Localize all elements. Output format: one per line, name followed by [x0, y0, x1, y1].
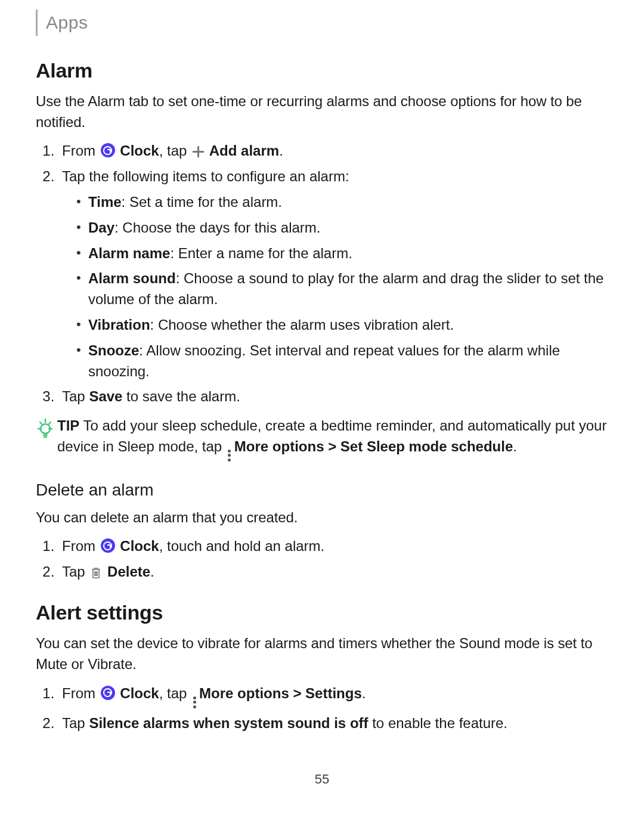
text: , tap	[159, 685, 191, 701]
lightbulb-icon	[36, 417, 56, 441]
gt: >	[324, 438, 340, 454]
desc: : Allow snoozing. Set interval and repea…	[88, 342, 560, 379]
more-options-label: More options	[234, 438, 324, 454]
text: From	[62, 538, 100, 554]
text: From	[62, 143, 100, 159]
settings-label: Settings	[305, 685, 362, 701]
delete-steps: From Clock, touch and hold an alarm. Tap…	[36, 536, 608, 583]
more-options-label: More options	[199, 685, 289, 701]
clock-icon	[101, 143, 115, 157]
alert-step-2: Tap Silence alarms when system sound is …	[58, 713, 608, 734]
heading-alarm: Alarm	[36, 56, 608, 85]
option-alarm-sound: Alarm sound: Choose a sound to play for …	[80, 268, 608, 310]
option-alarm-name: Alarm name: Enter a name for the alarm.	[80, 243, 608, 264]
plus-icon	[192, 145, 204, 157]
text: .	[513, 438, 517, 454]
alert-step-1: From Clock, tap More options > Settings.	[58, 683, 608, 708]
more-options-icon	[192, 696, 197, 708]
text: to save the alarm.	[122, 388, 240, 404]
gt: >	[289, 685, 305, 701]
page-header: Apps	[36, 10, 608, 36]
alarm-step-3: Tap Save to save the alarm.	[58, 386, 608, 407]
trash-icon	[91, 566, 101, 578]
desc: : Choose whether the alarm uses vibratio…	[150, 317, 454, 333]
set-sleep-label: Set Sleep mode schedule	[340, 438, 513, 454]
add-alarm-label: Add alarm	[209, 143, 279, 159]
label: Time	[88, 194, 122, 210]
alarm-steps: From Clock, tap Add alarm. Tap the follo…	[36, 141, 608, 407]
label: Alarm sound	[88, 270, 176, 286]
more-options-icon	[227, 450, 232, 462]
option-snooze: Snooze: Allow snoozing. Set interval and…	[80, 340, 608, 382]
text: .	[362, 685, 366, 701]
clock-icon	[101, 538, 115, 553]
text: Tap	[62, 388, 89, 404]
page-number: 55	[36, 770, 608, 789]
desc: : Enter a name for the alarm.	[170, 245, 352, 261]
tip-body: TIP To add your sleep schedule, create a…	[57, 416, 608, 462]
delete-step-1: From Clock, touch and hold an alarm.	[58, 536, 608, 557]
clock-icon	[101, 686, 115, 700]
text: Tap the following items to configure an …	[62, 168, 349, 184]
text: Tap	[62, 563, 89, 580]
option-vibration: Vibration: Choose whether the alarm uses…	[80, 315, 608, 336]
delete-label: Delete	[107, 563, 150, 580]
alert-intro: You can set the device to vibrate for al…	[36, 633, 608, 675]
text: , tap	[159, 143, 191, 159]
text: From	[62, 685, 100, 701]
alarm-step-1: From Clock, tap Add alarm.	[58, 141, 608, 162]
heading-alert-settings: Alert settings	[36, 598, 608, 627]
tip-block: TIP To add your sleep schedule, create a…	[36, 416, 608, 462]
label: Day	[88, 219, 114, 236]
text: .	[150, 563, 154, 580]
label: Snooze	[88, 342, 139, 358]
text: .	[279, 143, 283, 159]
clock-label: Clock	[120, 143, 159, 159]
desc: : Choose the days for this alarm.	[114, 219, 321, 236]
option-time: Time: Set a time for the alarm.	[80, 192, 608, 213]
label: Alarm name	[88, 245, 170, 261]
silence-label: Silence alarms when system sound is off	[89, 715, 368, 731]
alarm-intro: Use the Alarm tab to set one-time or rec…	[36, 91, 608, 133]
page-header-label: Apps	[46, 13, 88, 32]
tip-label: TIP	[57, 417, 79, 433]
save-label: Save	[89, 388, 122, 404]
clock-label: Clock	[120, 538, 159, 554]
text: Tap	[62, 715, 89, 731]
page-content: Apps Alarm Use the Alarm tab to set one-…	[0, 0, 644, 813]
desc: : Set a time for the alarm.	[122, 194, 282, 210]
text: to enable the feature.	[369, 715, 508, 731]
heading-delete-alarm: Delete an alarm	[36, 478, 608, 503]
alert-steps: From Clock, tap More options > Settings.…	[36, 683, 608, 734]
option-day: Day: Choose the days for this alarm.	[80, 218, 608, 239]
text: , touch and hold an alarm.	[159, 538, 325, 554]
alarm-options: Time: Set a time for the alarm. Day: Cho…	[62, 192, 608, 382]
label: Vibration	[88, 317, 150, 333]
clock-label: Clock	[120, 685, 159, 701]
delete-step-2: Tap Delete.	[58, 562, 608, 583]
alarm-step-2: Tap the following items to configure an …	[58, 166, 608, 382]
delete-intro: You can delete an alarm that you created…	[36, 507, 608, 528]
